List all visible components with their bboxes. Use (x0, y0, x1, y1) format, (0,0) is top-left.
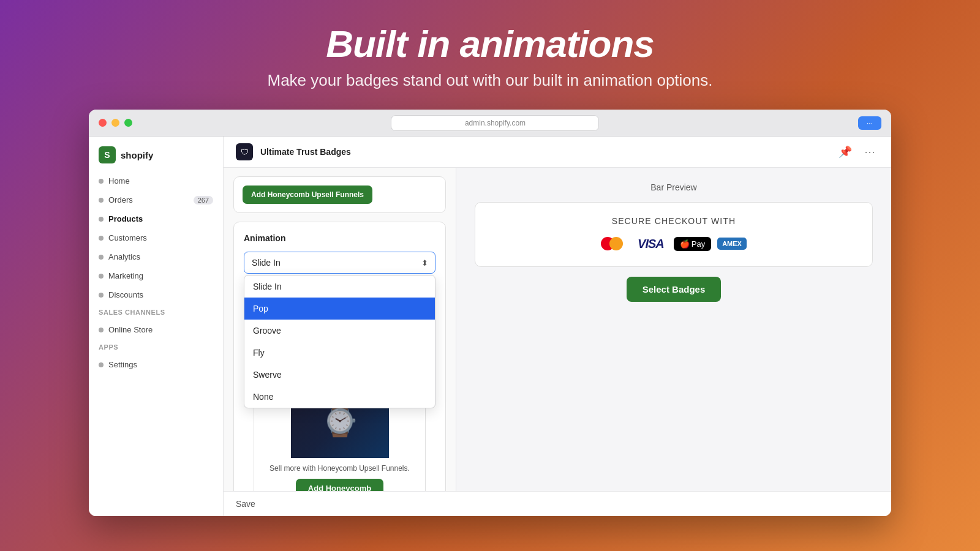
orders-icon (99, 198, 104, 203)
logo-mark: S (99, 146, 116, 163)
animation-section-label: Animation (244, 233, 435, 243)
sidebar-section-apps: Apps (89, 340, 223, 354)
bar-preview-label: Bar Preview (475, 182, 873, 192)
home-icon (99, 179, 104, 184)
url-bar[interactable]: admin.shopify.com (391, 115, 599, 131)
animation-dropdown: Slide In Pop Groove Fly Swerve None (244, 275, 435, 408)
sidebar-label-home: Home (108, 176, 130, 186)
save-button[interactable]: Save (236, 499, 255, 509)
sidebar-item-settings[interactable]: Settings (89, 356, 223, 373)
online-store-icon (99, 328, 104, 332)
animation-select[interactable]: Slide In Pop Groove Fly Swerve None (244, 252, 435, 274)
sidebar-item-analytics[interactable]: Analytics (89, 248, 223, 266)
applepay-text: Pay (692, 239, 705, 249)
app-header: 🛡 Ultimate Trust Badges 📌 ⋯ (224, 137, 891, 168)
header-actions: 📌 ⋯ (835, 143, 879, 161)
dropdown-option-groove[interactable]: Groove (244, 320, 435, 342)
applepay-icon: 🍎 Pay (674, 237, 711, 251)
url-bar-area: admin.shopify.com (137, 115, 853, 131)
visa-icon: VISA (634, 237, 668, 251)
dropdown-option-pop[interactable]: Pop (244, 298, 435, 320)
trust-badge-box: SECURE CHECKOUT WITH VISA 🍎 (475, 202, 873, 267)
customers-icon (99, 236, 104, 241)
honeycomb-banner: Add Honeycomb Upsell Funnels (233, 176, 446, 213)
hero-section: Built in animations Make your badges sta… (0, 0, 980, 107)
animation-select-wrapper: Slide In Pop Groove Fly Swerve None ⬍ Sl… (244, 252, 435, 274)
sidebar-item-orders[interactable]: Orders 267 (89, 191, 223, 209)
sidebar-item-products[interactable]: Products (89, 210, 223, 228)
sidebar-label-products: Products (108, 214, 143, 223)
dropdown-option-fly[interactable]: Fly (244, 342, 435, 364)
settings-icon (99, 362, 104, 367)
apple-symbol: 🍎 (680, 239, 690, 249)
sidebar-item-marketing[interactable]: Marketing (89, 267, 223, 285)
sidebar-label-discounts: Discounts (108, 290, 143, 299)
analytics-icon (99, 255, 104, 260)
right-panel: Bar Preview SECURE CHECKOUT WITH VISA (456, 168, 891, 491)
mc-right-circle (609, 237, 623, 250)
mastercard-icon (601, 234, 628, 253)
pin-button[interactable]: 📌 (835, 143, 856, 161)
amex-text-line1: AMEX (722, 240, 742, 247)
marketing-icon (99, 274, 104, 279)
product-cta-button[interactable]: Add Honeycomb (296, 479, 383, 491)
content-columns: Add Honeycomb Upsell Funnels Animation S… (224, 168, 891, 491)
discounts-icon (99, 293, 104, 298)
app-title: Ultimate Trust Badges (260, 147, 351, 157)
sidebar-label-settings: Settings (108, 360, 137, 369)
dropdown-option-swerve[interactable]: Swerve (244, 364, 435, 386)
animation-section: Animation Slide In Pop Groove Fly Swerve… (233, 222, 446, 491)
sidebar-section-label: Sales channels (89, 305, 223, 320)
dropdown-option-slidein[interactable]: Slide In (244, 276, 435, 298)
sidebar: S shopify Home Orders 267 Products Custo… (89, 137, 224, 516)
sidebar-label-customers: Customers (108, 233, 147, 242)
payment-icons: VISA 🍎 Pay AMEX (601, 234, 747, 253)
browser-chrome: admin.shopify.com ··· (89, 110, 891, 137)
more-button[interactable]: ⋯ (861, 143, 879, 161)
logo-text: shopify (121, 150, 153, 160)
close-icon[interactable] (99, 119, 107, 127)
save-bar: Save (224, 491, 891, 516)
products-icon (99, 217, 104, 222)
browser-actions: ··· (858, 116, 881, 130)
browser-window: admin.shopify.com ··· S shopify Home Ord… (89, 110, 891, 516)
sidebar-label-orders: Orders (108, 195, 133, 204)
secure-checkout-text: SECURE CHECKOUT WITH (612, 216, 736, 226)
sidebar-label-online-store: Online Store (108, 325, 153, 334)
sidebar-label-analytics: Analytics (108, 252, 140, 261)
sidebar-item-customers[interactable]: Customers (89, 229, 223, 247)
product-description: Sell more with Honeycomb Upsell Funnels. (261, 458, 418, 479)
orders-badge: 267 (194, 196, 213, 204)
dropdown-option-none[interactable]: None (244, 386, 435, 408)
app-layout: S shopify Home Orders 267 Products Custo… (89, 137, 891, 516)
select-badges-button[interactable]: Select Badges (627, 277, 722, 302)
sidebar-item-online-store[interactable]: Online Store (89, 321, 223, 339)
amex-icon: AMEX (717, 238, 747, 250)
browser-action-button[interactable]: ··· (858, 116, 881, 130)
sidebar-label-marketing: Marketing (108, 271, 143, 280)
main-content: 🛡 Ultimate Trust Badges 📌 ⋯ Add Honeycom… (224, 137, 891, 516)
sidebar-logo: S shopify (89, 146, 223, 171)
minimize-icon[interactable] (111, 119, 119, 127)
sidebar-item-home[interactable]: Home (89, 172, 223, 190)
app-icon: 🛡 (236, 143, 253, 160)
hero-title: Built in animations (0, 23, 980, 65)
honeycomb-button[interactable]: Add Honeycomb Upsell Funnels (243, 186, 372, 204)
left-panel: Add Honeycomb Upsell Funnels Animation S… (224, 168, 456, 491)
sidebar-item-discounts[interactable]: Discounts (89, 286, 223, 304)
maximize-icon[interactable] (124, 119, 132, 127)
hero-subtitle: Make your badges stand out with our buil… (0, 71, 980, 90)
